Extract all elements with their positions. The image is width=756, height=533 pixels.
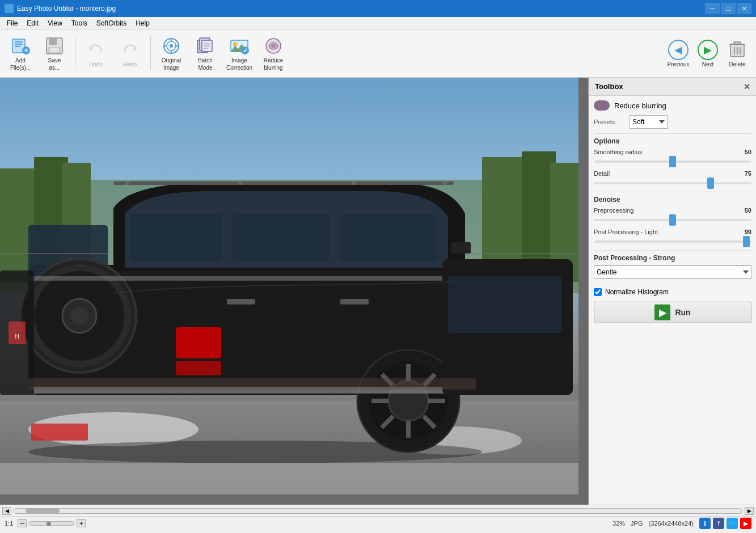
denoise-section: Denoise Preprocessing 50 Post Processing… <box>594 192 751 244</box>
reduce-blurring-button[interactable]: Reduce blurring <box>257 33 289 74</box>
zoom-slider-track[interactable] <box>29 521 74 526</box>
title-bar-left: Easy Photo Unblur - montero.jpg <box>5 4 116 13</box>
toolbox-content: Reduce blurring Presets Soft Medium Stro… <box>589 96 756 328</box>
horizontal-scrollbar[interactable] <box>14 508 742 514</box>
image-correction-button[interactable]: ✓ Image Correction <box>223 33 255 74</box>
save-icon <box>44 36 65 56</box>
next-icon: ▶ <box>698 40 718 60</box>
run-button[interactable]: ▶ Run <box>594 302 751 323</box>
presets-label: Presets <box>594 119 625 125</box>
undo-icon <box>86 40 106 60</box>
svg-rect-78 <box>227 299 255 304</box>
run-label: Run <box>675 308 690 317</box>
scroll-left-button[interactable]: ◀ <box>2 507 11 515</box>
delete-label: Delete <box>729 61 746 67</box>
facebook-icon[interactable]: f <box>713 518 724 529</box>
add-files-icon: + <box>10 36 31 56</box>
svg-rect-91 <box>28 378 476 390</box>
smoothing-radius-container: Smoothing radius 50 <box>594 149 751 164</box>
zoom-percent: 32% <box>613 520 625 527</box>
reduce-blurring-tool-icon <box>594 100 610 111</box>
menu-bar: File Edit View Tools SoftOrbits Help <box>0 17 756 29</box>
smoothing-radius-value: 50 <box>745 149 751 155</box>
post-processing-light-slider[interactable] <box>594 240 751 243</box>
scroll-right-button[interactable]: ▶ <box>745 507 754 515</box>
undo-label: Undo <box>89 61 103 67</box>
twitter-icon[interactable]: 🐦 <box>727 518 738 529</box>
presets-dropdown[interactable]: Soft Medium Strong Custom <box>630 115 668 129</box>
delete-button[interactable]: Delete <box>723 33 751 74</box>
scroll-area: ◀ ▶ <box>0 505 756 516</box>
toolbox-close-button[interactable]: ✕ <box>744 82 750 91</box>
post-processing-strong-dropdown[interactable]: Gentle Medium Strong <box>594 265 751 279</box>
minimize-button[interactable]: ─ <box>705 3 720 14</box>
file-format: JPG <box>631 520 643 527</box>
svg-point-26 <box>233 42 238 46</box>
menu-softorbits[interactable]: SoftOrbits <box>92 18 131 28</box>
title-bar-controls: ─ □ ✕ <box>705 3 751 14</box>
previous-icon: ◀ <box>668 40 689 60</box>
svg-rect-84 <box>442 181 447 185</box>
add-files-button[interactable]: + Add File(s)... <box>5 33 36 74</box>
separator-2 <box>150 36 151 70</box>
status-left: 1:1 ─ + <box>5 519 86 527</box>
preprocessing-slider[interactable] <box>594 219 751 221</box>
batch-mode-icon <box>195 36 216 56</box>
youtube-icon[interactable]: ▶ <box>740 518 751 529</box>
close-button[interactable]: ✕ <box>737 3 751 14</box>
image-correction-label: Image <box>231 57 247 64</box>
svg-rect-93 <box>9 322 26 344</box>
presets-dropdown-wrapper: Soft Medium Strong Custom <box>630 115 751 129</box>
zoom-in-button[interactable]: + <box>77 519 86 527</box>
reduce-blurring-label: Reduce <box>264 57 283 64</box>
original-image-label2: Image <box>163 65 179 71</box>
zoom-slider-thumb[interactable] <box>47 522 51 526</box>
reduce-blurring-row: Reduce blurring <box>594 100 751 111</box>
normalize-histogram-checkbox[interactable] <box>594 288 602 296</box>
original-image-label: Original <box>162 57 181 64</box>
background-svg: Н <box>0 78 578 494</box>
status-right: 32% JPG (3264x2448x24) ℹ f 🐦 ▶ <box>613 518 751 529</box>
detail-slider[interactable] <box>594 182 751 184</box>
post-processing-light-value: 99 <box>745 229 751 235</box>
toolbar: + Add File(s)... Save as... Undo <box>0 29 756 78</box>
run-arrow-icon: ▶ <box>654 304 670 320</box>
info-icon[interactable]: ℹ <box>699 518 711 529</box>
next-button[interactable]: ▶ Next <box>694 33 722 74</box>
svg-rect-55 <box>340 214 437 262</box>
options-section: Options Smoothing radius 50 Detail 75 <box>594 133 751 186</box>
options-label: Options <box>594 137 751 145</box>
social-icons: ℹ f 🐦 ▶ <box>699 518 751 529</box>
redo-button[interactable]: Redo <box>114 33 146 74</box>
svg-text:+: + <box>24 46 28 54</box>
normalize-histogram-row: Normalize Histogram <box>594 288 751 296</box>
undo-button[interactable]: Undo <box>80 33 112 74</box>
menu-edit[interactable]: Edit <box>22 18 43 28</box>
post-processing-light-container: Post Processing - Light 99 <box>594 229 751 244</box>
save-as-button[interactable]: Save as... <box>39 33 70 74</box>
menu-view[interactable]: View <box>43 18 67 28</box>
menu-file[interactable]: File <box>2 18 22 28</box>
redo-label: Redo <box>123 61 137 67</box>
detail-value: 75 <box>745 170 751 177</box>
svg-rect-83 <box>352 181 356 185</box>
smoothing-radius-label: Smoothing radius <box>594 149 643 155</box>
scrollbar-thumb[interactable] <box>26 509 60 513</box>
zoom-out-button[interactable]: ─ <box>18 519 27 527</box>
svg-rect-7 <box>49 38 57 45</box>
smoothing-radius-slider[interactable] <box>594 160 751 163</box>
reduce-blurring-label2: blurring <box>264 65 282 71</box>
svg-rect-86 <box>448 276 561 333</box>
menu-help[interactable]: Help <box>131 18 154 28</box>
original-image-button[interactable]: Original Image <box>155 33 187 74</box>
maximize-button[interactable]: □ <box>721 3 736 14</box>
image-correction-label2: Correction <box>226 65 252 71</box>
previous-button[interactable]: ◀ Previous <box>664 33 692 74</box>
menu-tools[interactable]: Tools <box>67 18 92 28</box>
presets-row: Presets Soft Medium Strong Custom <box>594 115 751 129</box>
preprocessing-label: Preprocessing <box>594 207 633 214</box>
smoothing-radius-row: Smoothing radius 50 <box>594 149 751 155</box>
svg-text:✓: ✓ <box>243 47 248 54</box>
batch-mode-button[interactable]: Batch Mode <box>189 33 221 74</box>
normalize-histogram-label[interactable]: Normalize Histogram <box>605 288 669 296</box>
